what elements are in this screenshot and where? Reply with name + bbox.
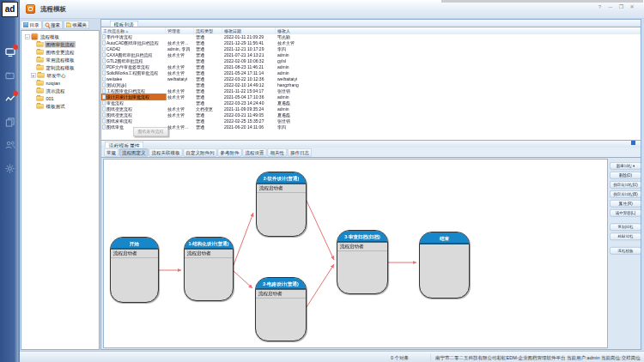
flow-node[interactable]: 2-电路设计(普通)流程启动者 <box>255 277 307 341</box>
folder-icon[interactable] <box>4 69 16 81</box>
workflow-icon <box>102 65 106 69</box>
flow-node[interactable]: 开始流程启动者 <box>110 237 159 303</box>
action-button[interactable]: 粘贴过程 <box>610 233 641 241</box>
tree-item[interactable]: 常用流程模板 <box>21 56 100 63</box>
action-button[interactable]: 新建过程 ▾ <box>610 162 641 170</box>
table-row[interactable]: 审批流程普通2022-03-23 14:24:40夏遇磊 <box>101 100 641 106</box>
properties-tab[interactable]: 流程设置 <box>243 148 267 157</box>
gear-icon[interactable] <box>4 162 16 174</box>
flow-node-owner: 流程启动者 <box>257 184 306 194</box>
table-row[interactable]: GTL2图纸审批流程普通2022-02-09 10:06:32gylsl <box>101 58 641 64</box>
folder-icon <box>37 57 44 63</box>
directory-icon <box>23 22 28 27</box>
table-row[interactable]: 工程图审批归档流程技术主管普通2021-11-22 15:04:17张世镇 <box>101 88 641 94</box>
activity-icon[interactable] <box>4 93 16 105</box>
table-row[interactable]: weitaieeweihaitaiyi普通2022-03-22 10:12:36… <box>101 76 641 82</box>
window-icon <box>26 4 35 14</box>
column-header[interactable]: 管理者 <box>166 27 194 34</box>
column-header[interactable]: 修改人 <box>276 27 641 34</box>
table-row[interactable]: 零件申请流程普通2022-01-11 21:09:29韦光勤 <box>101 34 641 40</box>
folder-icon <box>37 81 44 86</box>
action-button[interactable]: 流程校验 <box>610 247 641 255</box>
properties-tab[interactable]: 参考附件 <box>218 148 242 157</box>
properties-tab[interactable]: 流程关联模板 <box>149 148 183 157</box>
search-icon <box>46 23 50 27</box>
table-row[interactable]: CAD42admin, 李四普通2021-12-21 10:17:29李四 <box>101 46 641 52</box>
action-button[interactable]: 指定前过程(U) <box>610 181 641 189</box>
tree-item[interactable]: 定制流程模板 <box>21 63 100 71</box>
properties-body: 开始流程启动者1-结构化设计(普通)流程启动者2-软件设计(普通)流程启动者2-… <box>100 157 641 350</box>
status-separator <box>430 353 431 361</box>
app-logo: ad <box>2 2 18 17</box>
explorer-tab[interactable]: 收藏夹 <box>64 21 89 29</box>
action-button[interactable]: 清空界面(L) <box>610 209 641 217</box>
explorer-tree: −流程模板图纸审批流程图纸变更流程常用流程模板定制流程模板+研发中心ruiqia… <box>21 30 100 350</box>
flow-node-title: 1-结构化设计(普通) <box>185 238 233 250</box>
template-list-header: 模板列表 <box>100 19 641 27</box>
workflow-icon <box>102 95 106 100</box>
table-row[interactable]: CAXA图纸审批归档流程技术主管普通2021-07-21 14:13:21adm… <box>101 52 641 58</box>
users-icon[interactable] <box>4 139 16 151</box>
tree-item[interactable]: +研发中心 <box>21 71 100 79</box>
workflow-icon <box>102 77 106 81</box>
tree-item[interactable]: 模板测试 <box>21 102 100 110</box>
workflow-icon <box>102 53 106 57</box>
flow-node-title: 2-软件设计(普通) <box>257 172 306 184</box>
table-row[interactable]: 设计开发计划审批流程技术主管普通2021-05-04 17:10:36admin <box>101 94 641 100</box>
table-row[interactable]: PDF文件审批签章流程技术主管普通2021-08-23 11:46:21admi… <box>101 64 641 70</box>
properties-tab[interactable]: 流程图定义 <box>119 148 149 157</box>
explorer-tab[interactable]: 搜索 <box>43 21 64 29</box>
action-button[interactable]: 指定后过程(B) <box>610 190 641 198</box>
table-row[interactable]: AutoCAD图纸审批归档流程技术主管...普通2021-12-29 11:56… <box>101 40 641 46</box>
properties-tab[interactable]: 操作日志 <box>288 148 312 157</box>
tree-item[interactable]: ruiqian <box>21 79 100 87</box>
status-info: 南宁市二零二五科技有限公司彩虹EDM-企业图档管理软件平台 当前用户:admin… <box>435 354 641 361</box>
column-header[interactable]: 修改日期 <box>222 27 276 34</box>
tree-item[interactable]: 图纸变更流程 <box>21 48 100 56</box>
properties-tabs: 常规流程图定义流程关联模板自定义附件列参考附件流程设置相关性操作日志 <box>100 148 641 157</box>
table-row[interactable]: 图纸发布流程普通2022-02-25 15:35:27张世镇 <box>101 118 641 124</box>
flowchart-canvas[interactable]: 开始流程启动者1-结构化设计(普通)流程启动者2-软件设计(普通)流程启动者2-… <box>103 159 608 348</box>
panel-pin-icon[interactable] <box>631 141 635 145</box>
app-window: ad 流程模板 ? ─ ❐ ✕ 目录搜索收藏夹 −流程模板图纸审批流程图纸变更流… <box>0 0 644 362</box>
flow-node[interactable]: 3-审查归档(归档)流程启动者 <box>337 230 388 294</box>
explorer-tab[interactable]: 目录 <box>21 21 42 29</box>
column-header[interactable]: 工作流名称 ▵ <box>101 27 166 34</box>
flow-node[interactable]: 2-软件设计(普通)流程启动者 <box>256 172 307 237</box>
flow-node[interactable]: 结束 <box>419 232 470 299</box>
folder-icon <box>37 42 44 47</box>
tree-item[interactable]: 图纸审批流程 <box>21 40 100 48</box>
monitor-icon[interactable] <box>4 46 16 58</box>
flow-node[interactable]: 1-结构化设计(普通)流程启动者 <box>184 237 234 301</box>
workflow-icon <box>102 59 106 63</box>
maximize-button[interactable]: ❐ <box>618 3 624 9</box>
action-button[interactable]: 复制过程 <box>610 224 641 232</box>
collapse-icon[interactable]: − <box>25 34 30 39</box>
flow-node-owner: 流程启动者 <box>337 243 387 252</box>
notification-badge <box>13 45 18 50</box>
properties-tab[interactable]: 自定义附件列 <box>184 148 217 157</box>
title-bar: 流程模板 ? ─ ❐ ✕ <box>20 0 644 19</box>
folder-icon <box>37 104 44 109</box>
table-row[interactable]: 测试(同步)普通2022-02-10 14:49:12hangzhang <box>101 82 641 88</box>
tree-root[interactable]: −流程模板 <box>21 33 100 40</box>
table-row[interactable]: SolidWorks工程图审批流程技术主管普通2021-05-24 17:11:… <box>101 70 641 76</box>
tree-item[interactable]: 001 <box>21 94 100 102</box>
minimize-button[interactable]: ─ <box>608 3 614 9</box>
copy-icon[interactable] <box>4 116 16 128</box>
table-row[interactable]: 图纸变更流程技术主管文档变更2021-11-09 09:35:24admin <box>101 106 641 112</box>
column-header[interactable]: 流程类型 <box>194 27 222 34</box>
table-row[interactable]: 图纸变更流程技术主管普通2022-03-21 11:49:05夏遇磊 <box>101 112 641 118</box>
close-button[interactable]: ✕ <box>629 3 635 9</box>
help-button[interactable]: ? <box>597 3 603 9</box>
action-button[interactable]: 删除(D) <box>610 172 641 179</box>
action-button[interactable]: 属 性(R) <box>610 200 641 208</box>
workflow-icon <box>102 101 106 106</box>
tree-item[interactable]: 演示流程 <box>21 87 100 94</box>
notification-badge <box>13 91 18 96</box>
expand-icon[interactable]: + <box>31 73 36 78</box>
properties-tab[interactable]: 相关性 <box>268 148 288 157</box>
workflow-icon <box>102 119 106 124</box>
workflow-icon <box>102 107 106 112</box>
properties-tab[interactable]: 常规 <box>104 148 118 157</box>
